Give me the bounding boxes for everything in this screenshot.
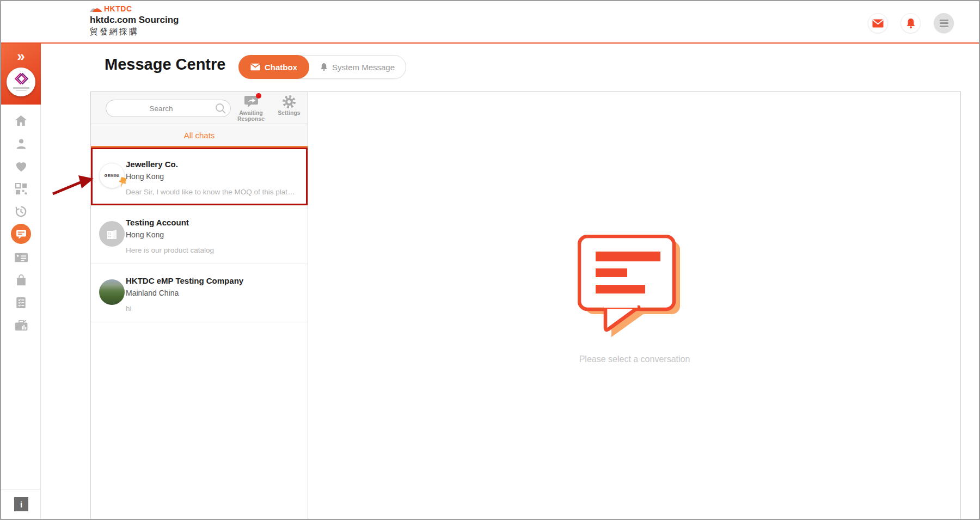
conversation-location: Hong Kong (126, 230, 300, 239)
conversation-location: Mainland China (126, 289, 300, 297)
tab-chatbox-label: Chatbox (265, 63, 297, 72)
page-title: Message Centre (105, 56, 225, 74)
conversation-name: Testing Account (126, 218, 300, 227)
company-logo-icon (13, 73, 29, 86)
tab-system-message[interactable]: System Message (309, 55, 406, 79)
notifications-icon (906, 18, 916, 29)
search-input[interactable] (106, 100, 230, 117)
conversation-item[interactable]: Testing Account Hong Kong Here is our pr… (91, 206, 308, 264)
history-icon (15, 205, 27, 218)
message-type-toggle: Chatbox System Message (238, 55, 406, 79)
conversation-item[interactable]: HKTDC eMP Testing Company Mainland China… (91, 264, 308, 322)
mail-button[interactable] (868, 13, 888, 33)
app-window: HKTDC hktdc.com Sourcing 貿發網採購 » (0, 0, 980, 520)
building-icon (106, 228, 119, 241)
company-logo-text (13, 87, 29, 89)
avatar (99, 221, 125, 247)
conversation-name: HKTDC eMP Testing Company (126, 276, 300, 285)
settings-label: Settings (274, 110, 304, 116)
hktdc-logo-icon (90, 5, 102, 13)
sidebar-item-business-card[interactable] (11, 247, 31, 267)
chat-list-column: Awaiting Response Settings All ch (91, 92, 308, 519)
empty-state-text: Please select a conversation (579, 354, 690, 364)
sidebar-item-qr-scan[interactable] (11, 179, 31, 199)
empty-chat-illustration (578, 235, 692, 339)
sidebar-divider (1, 489, 40, 490)
qr-scan-icon (15, 183, 27, 195)
message-centre-panel: Awaiting Response Settings All ch (90, 91, 961, 519)
awaiting-response-button[interactable]: Awaiting Response (231, 95, 271, 122)
profile-icon (15, 138, 27, 150)
conversation-preview: hi (126, 304, 300, 313)
briefcase-icon (15, 320, 28, 331)
tab-chatbox[interactable]: Chatbox (238, 55, 309, 79)
awaiting-response-badge (256, 93, 261, 99)
conversation-panel: Please select a conversation (309, 92, 960, 519)
sidebar-item-profile[interactable] (11, 133, 31, 154)
business-card-icon (15, 253, 28, 262)
sidebar-item-home[interactable] (11, 111, 31, 131)
settings-gear-icon (282, 95, 296, 109)
menu-icon (940, 18, 948, 29)
chatbox-mail-icon (250, 63, 260, 71)
chat-list-toolbar: Awaiting Response Settings (91, 92, 308, 124)
tab-system-message-label: System Message (332, 63, 395, 72)
brand-logo-text: HKTDC (104, 4, 132, 13)
sidebar: » (1, 45, 41, 519)
avatar (99, 279, 125, 305)
sidebar-item-shopping-bag[interactable] (11, 270, 31, 290)
conversation-location: Hong Kong (126, 172, 300, 181)
chat-icon (16, 229, 27, 239)
brand-block[interactable]: HKTDC hktdc.com Sourcing 貿發網採購 (90, 4, 179, 37)
settings-button[interactable]: Settings (274, 95, 304, 116)
search-icon[interactable] (215, 103, 226, 114)
expand-sidebar-button[interactable]: » (1, 48, 41, 65)
shopping-bag-icon (16, 274, 27, 286)
sidebar-item-message-centre[interactable] (11, 224, 31, 244)
favorites-icon (15, 161, 27, 172)
info-button[interactable]: i (14, 497, 28, 511)
sidebar-item-history[interactable] (11, 201, 31, 222)
notifications-button[interactable] (901, 13, 921, 33)
home-icon (15, 115, 27, 126)
conversation-preview: Here is our product catalog (126, 246, 300, 254)
sidebar-item-order-list[interactable] (11, 292, 31, 313)
brand-title: hktdc.com Sourcing (90, 15, 179, 26)
hktdc-logo: HKTDC (90, 4, 179, 14)
avatar: GEMINI (99, 163, 125, 188)
mail-icon (872, 19, 884, 28)
menu-button[interactable] (934, 13, 954, 33)
sidebar-item-briefcase[interactable] (11, 315, 31, 335)
conversation-item[interactable]: GEMINI Jewellery Co. Hong Kong Dear Si (91, 148, 308, 206)
filter-tab-all-chats[interactable]: All chats (91, 124, 308, 148)
system-message-bell-icon (320, 63, 328, 71)
sidebar-brand-block: » (1, 44, 41, 105)
top-header: HKTDC hktdc.com Sourcing 貿發網採購 (1, 1, 979, 44)
conversation-name: Jewellery Co. (126, 160, 300, 169)
pinned-icon (117, 177, 128, 192)
search-box (106, 100, 231, 117)
conversation-preview: Dear Sir, I would like to know the MOQ o… (126, 188, 300, 196)
brand-subtitle: 貿發網採購 (90, 27, 179, 37)
company-logo[interactable] (7, 68, 35, 96)
sidebar-item-favorites[interactable] (11, 156, 31, 176)
order-list-icon (16, 297, 26, 309)
awaiting-response-label: Awaiting Response (231, 110, 271, 122)
